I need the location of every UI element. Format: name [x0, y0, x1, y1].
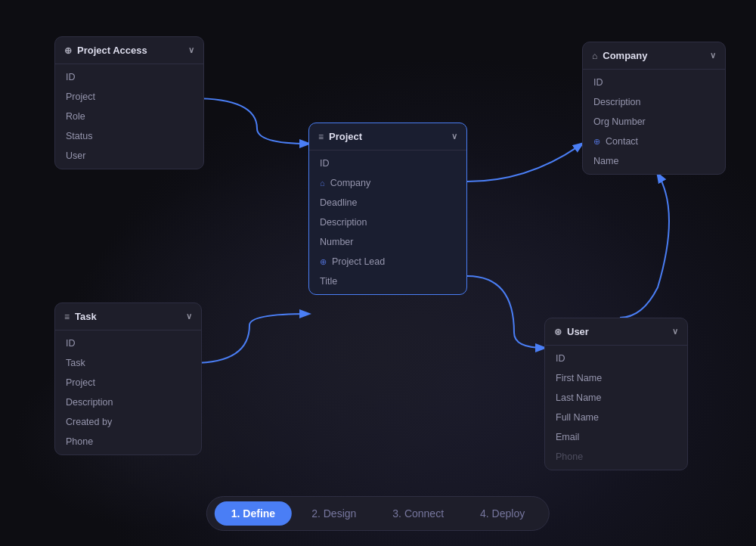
company-card: ⌂ Company ∨ ID Description Org Number ⊕ …	[582, 42, 726, 175]
user-title: User	[567, 326, 589, 337]
project-chevron[interactable]: ∨	[451, 132, 457, 141]
project-header: ≡ Project ∨	[309, 123, 466, 150]
nav-step-deploy[interactable]: 4. Deploy	[463, 501, 541, 526]
list-item: Project	[55, 373, 201, 392]
list-item: ⌂ Company	[309, 173, 466, 193]
list-item: ID	[55, 333, 201, 353]
task-title: Task	[75, 311, 97, 322]
user-chevron[interactable]: ∨	[672, 327, 678, 337]
task-card: ≡ Task ∨ ID Task Project Description Cre…	[54, 302, 202, 455]
project-title: Project	[329, 131, 362, 142]
list-item: Phone	[55, 432, 201, 451]
list-item: Org Number	[583, 112, 725, 132]
list-item: Created by	[55, 412, 201, 432]
list-item: Title	[309, 271, 466, 291]
list-item: ID	[55, 67, 203, 87]
task-chevron[interactable]: ∨	[186, 312, 192, 321]
grid-icon-task: ≡	[64, 312, 70, 322]
home-icon: ⌂	[320, 178, 325, 188]
list-item: Number	[309, 232, 466, 252]
project-access-card: ⊕ Project Access ∨ ID Project Role Statu…	[54, 36, 204, 169]
company-header: ⌂ Company ∨	[583, 42, 725, 70]
list-item: Full Name	[545, 408, 687, 427]
task-header: ≡ Task ∨	[55, 303, 201, 330]
project-card: ≡ Project ∨ ID ⌂ Company Deadline Descri…	[308, 123, 467, 295]
user-card: ⊛ User ∨ ID First Name Last Name Full Na…	[544, 318, 688, 470]
user-fields: ID First Name Last Name Full Name Email …	[545, 346, 687, 470]
nav-step-design[interactable]: 2. Design	[295, 501, 373, 526]
list-item: ⊕ Project Lead	[309, 252, 466, 271]
list-item: Description	[309, 213, 466, 232]
list-item: Last Name	[545, 388, 687, 408]
list-item: Role	[55, 107, 203, 126]
list-item: ID	[309, 154, 466, 173]
company-title: Company	[603, 50, 647, 61]
list-item: Email	[545, 427, 687, 447]
list-item: Name	[583, 151, 725, 171]
home-icon-company: ⌂	[592, 51, 597, 61]
grid-icon: ≡	[318, 132, 324, 142]
project-fields: ID ⌂ Company Deadline Description Number…	[309, 150, 466, 294]
list-item: Description	[55, 392, 201, 412]
project-access-title: Project Access	[77, 45, 147, 56]
list-item: ID	[545, 349, 687, 368]
list-item: First Name	[545, 368, 687, 388]
list-item: ID	[583, 73, 725, 92]
list-item: Task	[55, 353, 201, 373]
user-header: ⊛ User ∨	[545, 318, 687, 346]
list-item: User	[55, 146, 203, 166]
nav-step-connect[interactable]: 3. Connect	[376, 501, 460, 526]
project-lead-field: Project Lead	[332, 256, 385, 267]
list-item: Deadline	[309, 193, 466, 213]
list-item: Status	[55, 126, 203, 146]
person-icon: ⊛	[554, 327, 562, 337]
nav-step-define[interactable]: 1. Define	[215, 501, 292, 526]
globe-icon: ⊕	[320, 257, 327, 267]
list-item: ⊕ Contact	[583, 132, 725, 151]
project-access-chevron[interactable]: ∨	[188, 45, 194, 55]
globe-icon-contact: ⊕	[593, 137, 600, 147]
key-icon: ⊕	[64, 45, 72, 56]
project-access-header: ⊕ Project Access ∨	[55, 37, 203, 64]
project-access-fields: ID Project Role Status User	[55, 64, 203, 169]
company-chevron[interactable]: ∨	[710, 51, 716, 60]
task-fields: ID Task Project Description Created by P…	[55, 330, 201, 454]
list-item: Phone	[545, 447, 687, 467]
list-item: Project	[55, 87, 203, 107]
list-item: Description	[583, 92, 725, 112]
company-fields: ID Description Org Number ⊕ Contact Name	[583, 70, 725, 174]
bottom-navigation: 1. Define 2. Design 3. Connect 4. Deploy	[206, 496, 550, 531]
